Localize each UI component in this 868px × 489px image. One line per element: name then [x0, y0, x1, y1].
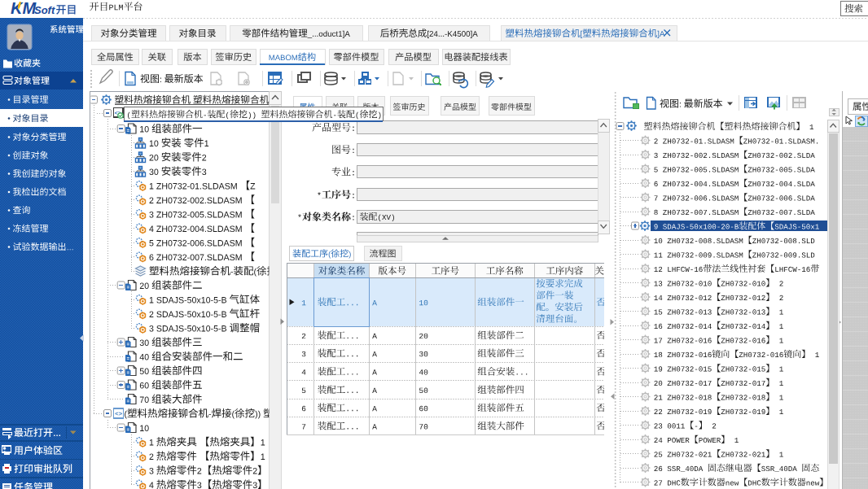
- svg-text:Soft: Soft: [34, 4, 55, 16]
- svg-text:KM: KM: [11, 0, 37, 17]
